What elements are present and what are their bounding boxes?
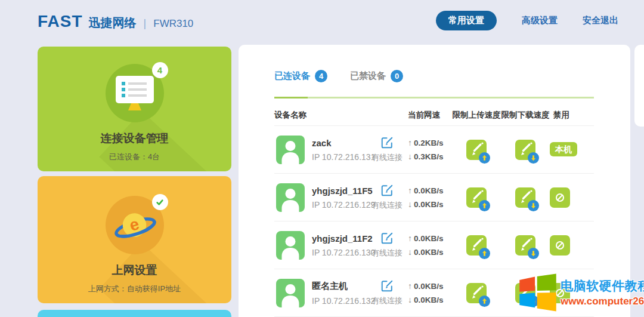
nav-logout[interactable]: 安全退出 [583, 15, 618, 26]
device-name: yhgjszjd_11F2 [312, 233, 375, 244]
device-avatar [276, 231, 305, 260]
sidebar-card-internet-settings[interactable]: e 上网设置 上网方式：自动获得IP地址 [38, 176, 231, 303]
down-arrow-icon: ↓ [408, 295, 412, 304]
device-name: zack [312, 138, 375, 148]
col-device-name: 设备名称 [274, 110, 370, 121]
edit-device-name-button[interactable] [380, 279, 394, 293]
edit-device-name-button[interactable] [380, 136, 394, 149]
connected-check-badge [152, 194, 168, 210]
limit-download-button[interactable] [515, 235, 535, 256]
up-arrow-icon: ↑ [408, 138, 412, 147]
upload-badge-icon [479, 152, 490, 164]
watermark-site-name: 电脑软硬件教程网 [561, 278, 644, 294]
table-header: 设备名称 当前网速 限制上传速度 限制下载速度 禁用 [274, 104, 594, 125]
col-current-speed: 当前网速 [404, 110, 452, 121]
up-arrow-icon [481, 202, 488, 210]
ban-device-button[interactable] [550, 187, 570, 208]
ban-icon [553, 238, 567, 253]
monitor-icon-circle: 4 [106, 64, 164, 122]
watermark-site-url: www.computer26.com [561, 296, 644, 307]
down-arrow-icon: ↓ [408, 152, 412, 161]
col-limit-upload: 限制上传速度 [453, 110, 501, 121]
limit-upload-button[interactable] [466, 140, 487, 160]
device-ip: IP 10.72.216.132 [312, 296, 375, 306]
down-arrow-icon [530, 250, 537, 257]
router-model: FWR310 [153, 18, 193, 30]
card-subtitle: 已连设备：4台 [38, 152, 231, 162]
upload-badge-icon [479, 248, 490, 259]
monitor-list-icon [113, 75, 156, 112]
device-row: yhgjszjd_11F5 IP 10.72.216.129 有线连接 ↑0.0… [274, 174, 594, 221]
nav-common-settings[interactable]: 常用设置 [436, 11, 497, 30]
connection-type-label: 有线连接 [371, 248, 402, 258]
limit-upload-button[interactable] [466, 283, 487, 303]
person-icon [276, 231, 305, 260]
device-row: zack IP 10.72.216.131 有线连接 ↑0.2KB/s ↓0.3… [274, 126, 594, 174]
banned-count-badge: 0 [391, 70, 403, 82]
connection-type-label: 有线连接 [371, 200, 402, 211]
device-ip: IP 10.72.216.129 [312, 200, 375, 210]
upload-speed: ↑0.0KB/s [408, 186, 452, 195]
download-speed: ↓0.3KB/s [408, 152, 452, 161]
down-arrow-icon: ↓ [408, 247, 412, 257]
col-ban: 禁用 [550, 110, 594, 121]
brand-logo: FAST 迅捷网络 | FWR310 [38, 12, 193, 31]
watermark: 电脑软硬件教程网 www.computer26.com [519, 273, 644, 312]
logo-divider: | [144, 17, 147, 30]
download-badge-icon [528, 152, 539, 164]
person-icon [276, 183, 305, 212]
device-avatar [276, 136, 305, 164]
device-avatar [276, 279, 305, 307]
nav-advanced-settings[interactable]: 高级设置 [522, 15, 558, 26]
device-name: yhgjszjd_11F5 [312, 186, 375, 196]
device-tabs: 已连设备 4 已禁设备 0 [274, 70, 403, 82]
connected-count-badge: 4 [315, 70, 327, 82]
col-limit-download: 限制下载速度 [501, 110, 550, 121]
sidebar-card-device-management[interactable]: 4 连接设备管理 已连设备：4台 [38, 47, 231, 171]
down-arrow-icon [530, 154, 537, 162]
card-title: 上网设置 [38, 263, 231, 278]
device-avatar [276, 183, 305, 212]
ban-device-button[interactable] [550, 235, 570, 256]
up-arrow-icon [481, 154, 488, 162]
sidebar-card-peek[interactable] [38, 310, 231, 317]
limit-upload-button[interactable] [466, 187, 487, 208]
device-name: 匿名主机 [312, 281, 375, 292]
upload-speed: ↑0.2KB/s [408, 138, 452, 147]
up-arrow-icon: ↑ [408, 281, 412, 291]
upload-speed: ↑0.0KB/s [408, 233, 452, 243]
tab-banned-devices[interactable]: 已禁设备 0 [350, 70, 403, 82]
download-badge-icon [528, 200, 539, 211]
download-speed: ↓0.0KB/s [408, 295, 452, 304]
ban-icon [553, 190, 567, 205]
device-row: yhgjszjd_11F2 IP 10.72.216.130 有线连接 ↑0.0… [274, 221, 594, 269]
limit-download-button[interactable] [515, 187, 535, 208]
device-count-badge: 4 [152, 62, 168, 78]
limit-upload-button[interactable] [466, 235, 487, 256]
up-arrow-icon: ↑ [408, 186, 412, 195]
edit-device-name-button[interactable] [380, 184, 394, 197]
tab-underline [274, 97, 594, 99]
edit-pencil-icon [380, 232, 394, 245]
brand-name: FAST [38, 12, 83, 31]
edit-pencil-icon [380, 184, 394, 197]
tab-connected-devices[interactable]: 已连设备 4 [274, 70, 327, 82]
globe-icon-circle: e [106, 196, 164, 254]
card-subtitle: 上网方式：自动获得IP地址 [38, 284, 231, 294]
download-speed: ↓0.0KB/s [408, 247, 452, 257]
connection-type-label: 有线连接 [371, 152, 402, 163]
globe-icon: e [112, 204, 158, 246]
active-tab-indicator [274, 97, 308, 99]
edit-pencil-icon [380, 279, 394, 293]
edit-pencil-icon [380, 136, 394, 149]
upload-speed: ↑0.0KB/s [408, 281, 452, 291]
device-ip: IP 10.72.216.130 [312, 248, 375, 257]
edit-device-name-button[interactable] [380, 232, 394, 245]
scrollbar-thumb[interactable] [634, 45, 644, 127]
check-icon [155, 198, 165, 207]
limit-download-button[interactable] [515, 140, 535, 160]
up-arrow-icon [481, 250, 488, 257]
brand-name-chinese: 迅捷网络 [89, 15, 137, 31]
down-arrow-icon: ↓ [408, 199, 412, 209]
download-speed: ↓0.0KB/s [408, 199, 452, 209]
